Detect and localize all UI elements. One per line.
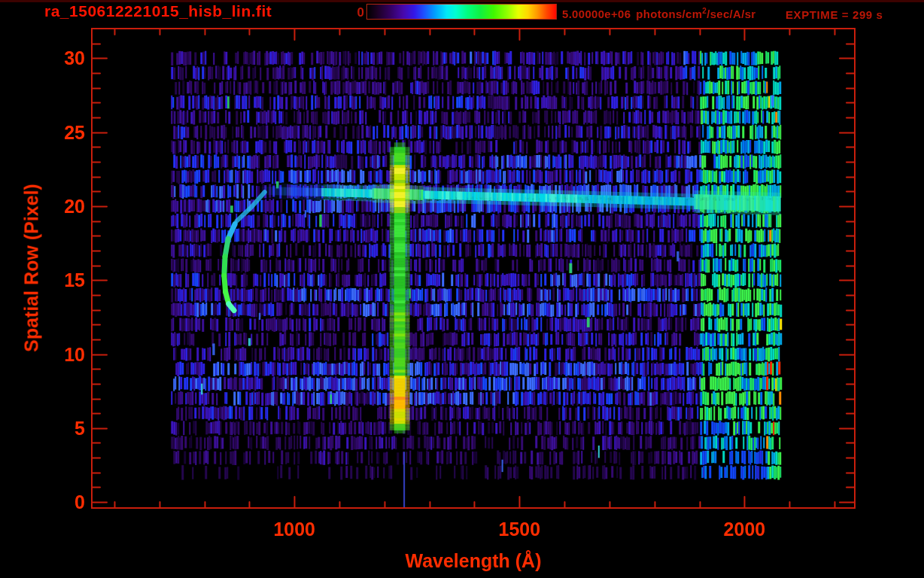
y-axis-tick-label: 5 [74, 417, 85, 439]
plot-title: ra_150612221015_hisb_lin.fit [44, 2, 272, 20]
plot-window: ra_150612221015_hisb_lin.fit 0 5.00000e+… [0, 0, 924, 578]
colorbar-unit-suffix: /sec/A/sr [707, 8, 755, 20]
x-axis-tick-label: 1000 [273, 519, 315, 540]
exptime-label: EXPTIME = 299 s [786, 8, 883, 21]
x-axis-title: Wavelength (Å) [405, 550, 541, 572]
colorbar-max-value: 5.00000e+06 [562, 8, 631, 20]
y-axis-tick-label: 30 [64, 47, 85, 69]
x-axis-tick-label: 2000 [724, 519, 766, 540]
y-axis-tick-label: 25 [64, 121, 85, 143]
y-axis-tick-label: 15 [64, 269, 85, 291]
spectral-image-canvas [0, 0, 924, 578]
colorbar-unit-prefix: photons/cm [636, 8, 702, 20]
x-axis-tick-label: 1500 [499, 519, 541, 540]
y-axis-tick-label: 10 [64, 343, 85, 365]
y-axis-title: Spatial Row (Pixel) [21, 184, 43, 352]
colorbar-max-label: 5.00000e+06photons/cm2/sec/A/sr [562, 7, 755, 20]
y-axis-tick-label: 20 [64, 195, 85, 217]
y-axis-tick-label: 0 [74, 491, 85, 513]
colorbar [366, 4, 557, 20]
colorbar-min-label: 0 [357, 5, 364, 20]
